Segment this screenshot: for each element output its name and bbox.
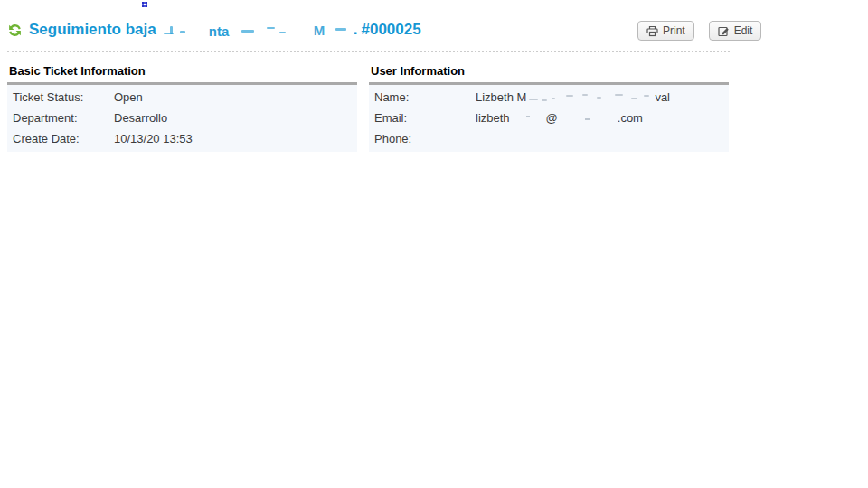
print-button-label: Print (663, 24, 685, 37)
ticket-status-value: Open (114, 90, 143, 104)
dotted-divider (7, 51, 730, 52)
department-value: Desarrollo (114, 111, 167, 125)
section-title-user-info: User Information (369, 62, 729, 82)
user-info-body: Name: Lizbeth M val (369, 82, 729, 152)
basic-ticket-info-panel: Basic Ticket Information Ticket Status: … (7, 62, 357, 152)
edit-button-label: Edit (734, 24, 753, 37)
name-redacted-scribble (526, 90, 655, 101)
create-date-label: Create Date: (13, 132, 114, 145)
name-visible-start: Lizbeth M (476, 90, 526, 104)
title-faint-fragment: M (314, 23, 326, 38)
name-label: Name: (374, 90, 476, 104)
section-title-basic-ticket-info: Basic Ticket Information (7, 62, 357, 82)
title-separator: . (354, 21, 358, 39)
ticket-title-text: Seguimiento baja (29, 21, 156, 39)
redacted-title-text: nta M (162, 22, 354, 39)
print-button[interactable]: Print (637, 21, 694, 41)
name-value: Lizbeth M val (476, 90, 670, 104)
table-row-create-date: Create Date: 10/13/20 13:53 (7, 128, 357, 149)
table-row-name: Name: Lizbeth M val (369, 87, 729, 108)
email-label: Email: (374, 111, 476, 125)
printer-icon (646, 25, 658, 37)
email-visible-part: .com (618, 111, 643, 125)
email-redacted-gap (558, 113, 618, 122)
email-value: lizbeth @ .com (476, 111, 643, 125)
phone-label: Phone: (374, 132, 476, 145)
ticket-toolbar: Print Edit (637, 21, 761, 41)
table-row-ticket-status: Ticket Status: Open (7, 87, 357, 108)
page-title: Seguimiento baja nta M . #000025 (7, 21, 730, 39)
email-redacted-gap (510, 113, 546, 122)
ticket-header: Seguimiento baja nta M . #000025 Print (7, 21, 730, 42)
redaction-artifact (142, 2, 144, 4)
user-info-panel: User Information Name: Lizbeth M (369, 62, 729, 152)
table-row-email: Email: lizbeth @ .com (369, 108, 729, 128)
table-row-phone: Phone: (369, 128, 729, 149)
title-faint-fragment: nta (209, 23, 230, 39)
basic-ticket-info-body: Ticket Status: Open Department: Desarrol… (7, 82, 357, 152)
ticket-status-label: Ticket Status: (13, 90, 114, 104)
table-row-department: Department: Desarrollo (7, 108, 357, 128)
ticket-info-panels: Basic Ticket Information Ticket Status: … (7, 62, 729, 152)
refresh-icon (7, 23, 23, 38)
ticket-number: #000025 (361, 21, 420, 39)
edit-button[interactable]: Edit (709, 21, 762, 41)
email-visible-part: @ (546, 111, 558, 125)
department-label: Department: (13, 111, 114, 125)
name-visible-end: val (655, 90, 670, 104)
edit-icon (718, 25, 730, 37)
create-date-value: 10/13/20 13:53 (114, 132, 193, 145)
ticket-view-page: { "header": { "title_prefix": "Seguimien… (0, 0, 868, 488)
email-visible-part: lizbeth (476, 111, 510, 125)
